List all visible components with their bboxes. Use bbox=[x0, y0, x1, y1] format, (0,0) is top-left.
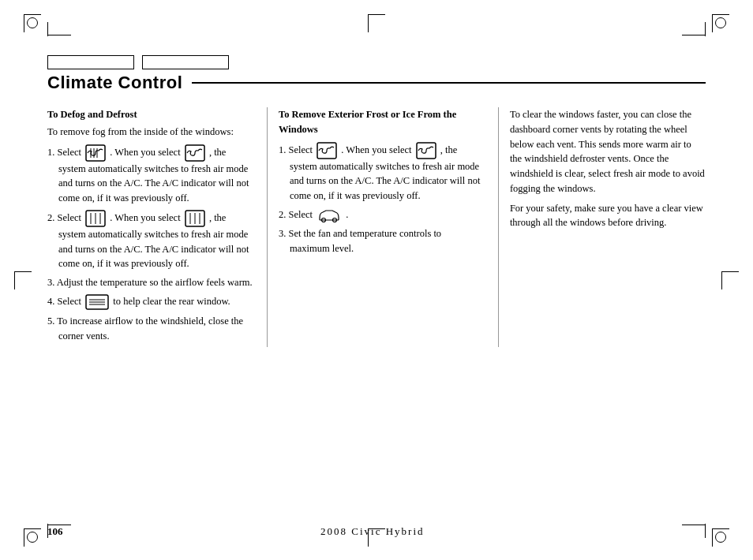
step2-prefix: 2. Select bbox=[47, 212, 84, 223]
list-item: 1. Select . When you select , the system… bbox=[290, 142, 484, 203]
edge-tr-v bbox=[705, 22, 706, 36]
col1-intro: To remove fog from the inside of the win… bbox=[47, 125, 253, 140]
fan-icon-col2-2 bbox=[416, 142, 436, 159]
reg-mark-top-left bbox=[24, 14, 41, 32]
list-item: 2. Select . bbox=[290, 207, 484, 222]
tab-row bbox=[47, 55, 706, 69]
list-item: 3. Set the fan and temperature controls … bbox=[290, 226, 484, 256]
col1-steps: 1. Select . When you select , the system… bbox=[47, 144, 253, 344]
col2-step3-text: 3. Set the fan and temperature controls … bbox=[279, 228, 441, 254]
step2-text: . When you select bbox=[110, 212, 182, 223]
col2-step1-text: . When you select bbox=[341, 144, 414, 155]
col3-para2: For your safety, make sure you have a cl… bbox=[510, 201, 706, 231]
center-mark-top bbox=[368, 14, 385, 32]
page-number: 106 bbox=[47, 525, 63, 538]
step1-text: . When you select bbox=[110, 146, 182, 157]
main-content: To Defog and Defrost To remove fog from … bbox=[47, 107, 706, 347]
col-extra: To clear the windows faster, you can clo… bbox=[510, 107, 706, 347]
col2-step2-prefix: 2. Select bbox=[279, 209, 315, 220]
footer: 106 2008 Civic Hybrid bbox=[0, 525, 753, 538]
page-title: Climate Control bbox=[47, 73, 182, 93]
col2-steps: 1. Select . When you select , the system… bbox=[279, 142, 484, 256]
page: Climate Control To Defog and Defrost To … bbox=[0, 0, 753, 560]
header: Climate Control bbox=[47, 55, 706, 93]
list-item: 5. To increase airflow to the windshield… bbox=[58, 314, 253, 344]
vent-icon bbox=[85, 210, 106, 227]
title-line: Climate Control bbox=[47, 73, 706, 93]
edge-tr-h bbox=[682, 35, 706, 35]
list-item: 3. Adjust the temperature so the airflow… bbox=[58, 275, 253, 290]
tab-box-right bbox=[142, 55, 229, 69]
list-item: 2. Select . When you select , bbox=[58, 210, 253, 271]
rear-defrost-icon bbox=[85, 294, 109, 310]
fan-icon bbox=[85, 144, 106, 162]
step4-prefix: 4. Select bbox=[47, 296, 84, 307]
vent-icon-2 bbox=[185, 210, 205, 227]
step5-text: 5. To increase airflow to the windshield… bbox=[47, 315, 243, 342]
col2-step1-prefix: 1. Select bbox=[279, 144, 315, 155]
fan-icon-col2 bbox=[317, 142, 337, 159]
car-icon bbox=[317, 208, 342, 222]
edge-tl-h bbox=[47, 35, 71, 35]
footer-center: 2008 Civic Hybrid bbox=[320, 525, 425, 538]
col-defog: To Defog and Defrost To remove fog from … bbox=[47, 107, 268, 347]
fan-icon-2 bbox=[185, 144, 205, 162]
step1-prefix: 1. Select bbox=[47, 146, 84, 157]
reg-mark-top-right bbox=[712, 14, 729, 32]
step4-text: to help clear the rear window. bbox=[113, 296, 230, 307]
step3-text: 3. Adjust the temperature so the airflow… bbox=[47, 277, 253, 288]
center-mark-right bbox=[721, 271, 739, 289]
center-mark-left bbox=[14, 271, 32, 289]
title-rule bbox=[192, 82, 706, 84]
col-frost: To Remove Exterior Frost or Ice From the… bbox=[279, 107, 499, 347]
list-item: 1. Select . When you select , the system… bbox=[58, 144, 253, 206]
list-item: 4. Select to help clear the rear window. bbox=[58, 294, 253, 310]
col3-para1: To clear the windows faster, you can clo… bbox=[510, 107, 706, 196]
tab-box-left bbox=[47, 55, 134, 69]
col2-title: To Remove Exterior Frost or Ice From the… bbox=[279, 107, 484, 137]
edge-tl-v bbox=[47, 22, 48, 36]
col2-step2-text: . bbox=[346, 209, 348, 220]
col1-title: To Defog and Defrost bbox=[47, 107, 253, 122]
